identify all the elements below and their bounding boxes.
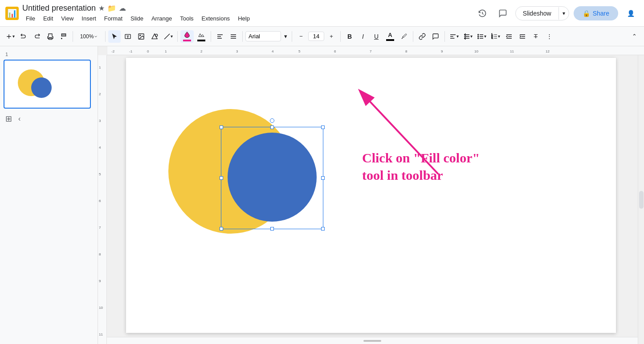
text-box-button[interactable] bbox=[122, 30, 134, 43]
star-icon[interactable]: ★ bbox=[98, 4, 105, 12]
svg-text:0: 0 bbox=[147, 49, 149, 53]
svg-text:8: 8 bbox=[405, 49, 408, 53]
svg-text:-1: -1 bbox=[129, 49, 133, 53]
undo-button[interactable] bbox=[17, 30, 30, 43]
right-scrollbar[interactable] bbox=[638, 55, 644, 344]
handle-bottom-middle[interactable] bbox=[270, 227, 274, 231]
svg-text:4: 4 bbox=[272, 49, 274, 53]
font-increase-button[interactable]: + bbox=[325, 30, 338, 43]
bold-button[interactable]: B bbox=[343, 30, 356, 43]
svg-text:1: 1 bbox=[99, 65, 101, 69]
align-left-button[interactable] bbox=[214, 30, 226, 43]
comment-button[interactable] bbox=[495, 5, 511, 21]
insert-comment-button[interactable] bbox=[429, 30, 442, 43]
share-button[interactable]: 🔒 Share bbox=[574, 6, 618, 20]
handle-bottom-right[interactable] bbox=[321, 227, 325, 231]
menu-slide[interactable]: Slide bbox=[127, 14, 147, 23]
menu-tools[interactable]: Tools bbox=[176, 14, 197, 23]
indent-more-button[interactable] bbox=[516, 30, 529, 43]
user-avatar[interactable]: 👤 bbox=[623, 5, 639, 21]
svg-text:12: 12 bbox=[546, 49, 550, 53]
align-justify-button[interactable] bbox=[227, 30, 240, 43]
highlight-button[interactable] bbox=[398, 30, 410, 43]
svg-text:10: 10 bbox=[474, 49, 478, 53]
scrollbar-thumb[interactable] bbox=[639, 191, 644, 209]
line-button[interactable]: ▾ bbox=[162, 30, 175, 43]
menu-insert[interactable]: Insert bbox=[78, 14, 100, 23]
annotation-line1: Click on "Fill color" bbox=[362, 149, 480, 166]
select-tool-button[interactable] bbox=[108, 30, 121, 43]
cloud-icon[interactable]: ☁ bbox=[119, 4, 126, 12]
more-options-button[interactable]: ⋮ bbox=[543, 30, 555, 43]
slideshow-label[interactable]: Slideshow bbox=[516, 7, 558, 20]
line-spacing-button[interactable]: ▾ bbox=[461, 30, 474, 43]
svg-text:-2: -2 bbox=[111, 49, 115, 53]
italic-button[interactable]: I bbox=[357, 30, 369, 43]
rotation-handle[interactable] bbox=[270, 118, 274, 123]
print-button[interactable] bbox=[44, 30, 57, 43]
numbered-list-button[interactable]: 1.2.3. ▾ bbox=[489, 30, 502, 43]
svg-text:1: 1 bbox=[165, 49, 167, 53]
slideshow-button[interactable]: Slideshow ▾ bbox=[515, 6, 569, 20]
link-button[interactable] bbox=[416, 30, 428, 43]
blue-circle[interactable] bbox=[228, 133, 317, 222]
title-bar: 📊 Untitled presentation ★ 📁 ☁ File Edit … bbox=[0, 0, 644, 27]
border-color-button[interactable] bbox=[195, 30, 208, 43]
bullet-list-button[interactable]: ▾ bbox=[475, 30, 488, 43]
menu-arrange[interactable]: Arrange bbox=[148, 14, 175, 23]
clear-format-button[interactable]: T̶ bbox=[530, 30, 542, 43]
indent-less-button[interactable] bbox=[503, 30, 515, 43]
font-decrease-button[interactable]: − bbox=[295, 30, 307, 43]
paint-format-button[interactable] bbox=[57, 30, 70, 43]
ruler-left: 1 2 3 4 5 6 7 8 9 10 11 bbox=[98, 55, 107, 344]
slideshow-dropdown-icon[interactable]: ▾ bbox=[558, 7, 569, 20]
menu-view[interactable]: View bbox=[57, 14, 77, 23]
menu-file[interactable]: File bbox=[22, 14, 39, 23]
svg-text:5: 5 bbox=[298, 49, 301, 53]
grid-view-button[interactable]: ⊞ bbox=[4, 112, 14, 125]
image-button[interactable] bbox=[135, 30, 147, 43]
collapse-sidebar-button[interactable]: ‹ bbox=[16, 113, 22, 125]
doc-title-text[interactable]: Untitled presentation bbox=[22, 4, 96, 13]
handle-middle-right[interactable] bbox=[321, 176, 325, 180]
title-section: Untitled presentation ★ 📁 ☁ File Edit Vi… bbox=[22, 4, 471, 23]
menu-help[interactable]: Help bbox=[234, 14, 253, 23]
svg-text:8: 8 bbox=[99, 252, 101, 256]
menu-extensions[interactable]: Extensions bbox=[198, 14, 234, 23]
sidebar-controls: ⊞ ‹ bbox=[4, 112, 94, 125]
underline-button[interactable]: U bbox=[370, 30, 383, 43]
menu-format[interactable]: Format bbox=[101, 14, 126, 23]
separator bbox=[73, 31, 73, 42]
slide-thumbnail[interactable] bbox=[4, 60, 91, 109]
shape-button[interactable] bbox=[148, 30, 161, 43]
svg-point-3 bbox=[140, 35, 141, 36]
svg-text:3: 3 bbox=[99, 119, 101, 123]
svg-point-6 bbox=[478, 36, 479, 37]
fill-color-button[interactable] bbox=[180, 30, 194, 43]
slide[interactable]: Click on "Fill color" tool in toolbar bbox=[126, 58, 616, 333]
share-label: Share bbox=[593, 10, 609, 17]
font-name-dropdown[interactable]: ▾ bbox=[282, 30, 289, 43]
font-size-input[interactable] bbox=[308, 32, 324, 41]
handle-top-right[interactable] bbox=[321, 125, 325, 129]
text-align-button[interactable]: ▾ bbox=[448, 30, 461, 43]
history-button[interactable] bbox=[474, 5, 490, 21]
folder-icon[interactable]: 📁 bbox=[107, 4, 116, 12]
annotation-line2: tool in toolbar bbox=[362, 166, 480, 184]
add-button[interactable]: ▾ bbox=[4, 30, 16, 43]
collapse-toolbar-button[interactable]: ⌃ bbox=[628, 30, 640, 43]
menu-bar: File Edit View Insert Format Slide Arran… bbox=[22, 14, 471, 23]
font-name-input[interactable] bbox=[245, 31, 281, 41]
main-area: 1 ⊞ ‹ -2 -1 0 1 2 3 4 bbox=[0, 46, 644, 344]
svg-text:11: 11 bbox=[510, 49, 514, 53]
thumb-blue-circle bbox=[31, 77, 52, 98]
slide-canvas: Click on "Fill color" tool in toolbar bbox=[107, 55, 635, 335]
annotation-text: Click on "Fill color" tool in toolbar bbox=[362, 149, 480, 184]
zoom-button[interactable]: 100% bbox=[76, 30, 102, 43]
menu-edit[interactable]: Edit bbox=[40, 14, 57, 23]
bottom-scrollbar-thumb[interactable] bbox=[363, 340, 381, 342]
app-logo[interactable]: 📊 bbox=[5, 7, 19, 20]
text-color-button[interactable]: A bbox=[383, 30, 397, 43]
redo-button[interactable] bbox=[31, 30, 43, 43]
svg-text:6: 6 bbox=[99, 199, 101, 203]
